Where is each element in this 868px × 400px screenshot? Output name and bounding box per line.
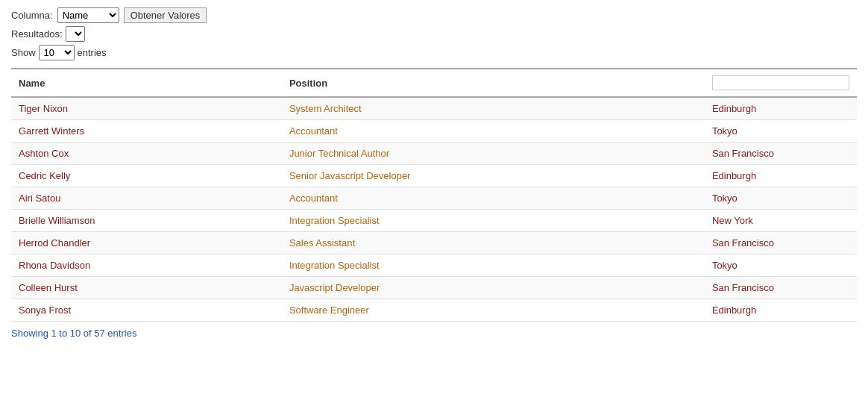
column-control-row: Columna: NamePositionOfficeAgeStart date… [11, 7, 857, 23]
cell-name: Ashton Cox [11, 143, 282, 165]
cell-office: San Francisco [705, 232, 857, 254]
cell-name: Airi Satou [11, 187, 282, 210]
table-row: Airi SatouAccountantTokyo [11, 187, 857, 210]
cell-position: Junior Technical Author [282, 143, 705, 165]
entries-suffix-label: entries [78, 47, 107, 58]
table-row: Rhona DavidsonIntegration SpecialistToky… [11, 254, 857, 277]
table-row: Cedric KellySenior Javascript DeveloperE… [11, 165, 857, 187]
cell-position: Senior Javascript Developer [282, 165, 705, 187]
cell-name: Colleen Hurst [11, 277, 282, 299]
cell-position: System Architect [282, 97, 705, 120]
cell-position: Javascript Developer [282, 277, 705, 299]
resultados-row: Resultados: [11, 26, 857, 42]
cell-name: Cedric Kelly [11, 165, 282, 187]
table-row: Garrett WintersAccountantTokyo [11, 120, 857, 143]
cell-office: San Francisco [705, 277, 857, 299]
columna-label: Columna: [11, 10, 53, 21]
cell-name: Brielle Williamson [11, 210, 282, 232]
cell-name: Herrod Chandler [11, 232, 282, 254]
col-header-search[interactable] [705, 69, 857, 97]
table-row: Brielle WilliamsonIntegration Specialist… [11, 210, 857, 232]
table-row: Colleen HurstJavascript DeveloperSan Fra… [11, 277, 857, 299]
cell-position: Software Engineer [282, 299, 705, 322]
cell-position: Accountant [282, 187, 705, 210]
cell-office: San Francisco [705, 143, 857, 165]
show-label: Show [11, 47, 36, 58]
column-select[interactable]: NamePositionOfficeAgeStart dateSalary [57, 7, 119, 23]
col-header-position: Position [282, 69, 705, 97]
cell-office: New York [705, 210, 857, 232]
footer-info: Showing 1 to 10 of 57 entries [11, 328, 857, 339]
table-row: Sonya FrostSoftware EngineerEdinburgh [11, 299, 857, 322]
cell-office: Edinburgh [705, 97, 857, 120]
table-body: Tiger NixonSystem ArchitectEdinburghGarr… [11, 97, 857, 322]
resultados-label: Resultados: [11, 28, 63, 40]
cell-position: Sales Assistant [282, 232, 705, 254]
cell-office: Edinburgh [705, 299, 857, 322]
cell-name: Tiger Nixon [11, 97, 282, 120]
cell-name: Sonya Frost [11, 299, 282, 322]
cell-office: Tokyo [705, 187, 857, 210]
cell-name: Garrett Winters [11, 120, 282, 143]
show-entries-row: Show 102550100 entries [11, 45, 857, 60]
cell-position: Integration Specialist [282, 254, 705, 277]
table-row: Ashton CoxJunior Technical AuthorSan Fra… [11, 143, 857, 165]
cell-office: Edinburgh [705, 165, 857, 187]
col-header-name: Name [11, 69, 282, 97]
table-row: Herrod ChandlerSales AssistantSan Franci… [11, 232, 857, 254]
data-table: Name Position Tiger NixonSystem Architec… [11, 68, 857, 322]
resultados-select[interactable] [66, 26, 85, 42]
table-row: Tiger NixonSystem ArchitectEdinburgh [11, 97, 857, 120]
cell-name: Rhona Davidson [11, 254, 282, 277]
cell-position: Accountant [282, 120, 705, 143]
search-input[interactable] [712, 75, 849, 90]
cell-position: Integration Specialist [282, 210, 705, 232]
entries-select[interactable]: 102550100 [39, 45, 75, 60]
obtener-valores-button[interactable]: Obtener Valores [124, 7, 207, 23]
cell-office: Tokyo [705, 120, 857, 143]
cell-office: Tokyo [705, 254, 857, 277]
